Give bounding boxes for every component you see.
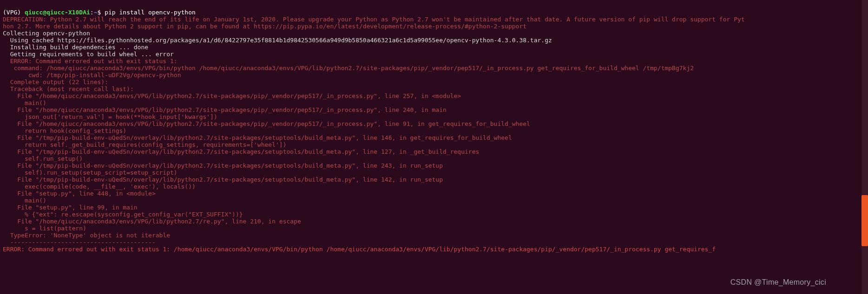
prompt-path: ~: [94, 9, 98, 16]
trace-file-3: File "/home/qiucc/anaconda3/envs/VPG/lib…: [3, 120, 530, 127]
dashes-line: ----------------------------------------: [3, 239, 156, 246]
terminal-output[interactable]: (VPG) qiucc@qiucc-X10DAi:~$ pip install …: [0, 0, 868, 255]
error-cwd-line: cwd: /tmp/pip-install-uDF2Vg/opencv-pyth…: [3, 72, 181, 78]
trace-code-1: main(): [3, 99, 46, 106]
error-command-line: command: /home/qiucc/anaconda3/envs/VPG/…: [3, 65, 694, 72]
trace-code-3: return hook(config_settings): [3, 127, 126, 134]
prompt-dollar: $: [98, 9, 105, 16]
trace-code-4: return self._get_build_requires(config_s…: [3, 141, 286, 148]
error-status-line: ERROR: Command errored out with exit sta…: [3, 58, 178, 65]
scrollbar-track[interactable]: [861, 0, 868, 294]
trace-file-7: File "/tmp/pip-build-env-uQedSn/overlay/…: [3, 176, 443, 183]
trace-file-4: File "/tmp/pip-build-env-uQedSn/overlay/…: [3, 134, 512, 141]
trace-code-9: % {"ext": re.escape(sysconfig.get_config…: [3, 211, 243, 218]
trace-file-6: File "/tmp/pip-build-env-uQedSn/overlay/…: [3, 162, 443, 169]
getreq-line: Getting requirements to build wheel ... …: [3, 51, 174, 58]
trace-file-8: File "setup.py", line 448, in <module>: [3, 190, 156, 197]
trace-code-2: json_out['return_val'] = hook(**hook_inp…: [3, 113, 217, 120]
trace-file-1: File "/home/qiucc/anaconda3/envs/VPG/lib…: [3, 92, 461, 99]
prompt-env: (VPG): [3, 9, 25, 16]
install-deps-line: Installing build dependencies ... done: [3, 44, 148, 51]
prompt-colon: :: [90, 9, 94, 16]
complete-output-line: Complete output (22 lines):: [3, 78, 108, 85]
cached-line: Using cached https://files.pythonhosted.…: [3, 37, 552, 44]
deprecation-line-1: DEPRECATION: Python 2.7 will reach the e…: [3, 16, 745, 23]
trace-code-6: self).run_setup(setup_script=setup_scrip…: [3, 169, 178, 176]
trace-code-10: s = list(pattern): [3, 225, 86, 232]
trace-file-5: File "/tmp/pip-build-env-uQedSn/overlay/…: [3, 148, 479, 155]
trace-file-10: File "/home/qiucc/anaconda3/envs/VPG/lib…: [3, 218, 301, 225]
scrollbar-thumb[interactable]: [861, 195, 868, 246]
type-error-line: TypeError: 'NoneType' object is not iter…: [3, 232, 170, 239]
trace-code-8: main(): [3, 197, 46, 204]
command-text: pip install opencv-python: [105, 9, 196, 16]
final-error-line: ERROR: Command errored out with exit sta…: [3, 246, 716, 253]
trace-code-5: self.run_setup(): [3, 155, 83, 162]
trace-code-7: exec(compile(code, __file__, 'exec'), lo…: [3, 183, 196, 190]
trace-file-9: File "setup.py", line 99, in main: [3, 204, 138, 211]
deprecation-line-2: hon 2.7. More details about Python 2 sup…: [3, 23, 526, 30]
collecting-line: Collecting opencv-python: [3, 30, 90, 37]
prompt-user-host: qiucc@qiucc-X10DAi: [25, 9, 90, 16]
traceback-line: Traceback (most recent call last):: [3, 85, 134, 92]
trace-file-2: File "/home/qiucc/anaconda3/envs/VPG/lib…: [3, 106, 447, 113]
watermark-text: CSDN @Time_Memory_cici: [730, 279, 826, 286]
